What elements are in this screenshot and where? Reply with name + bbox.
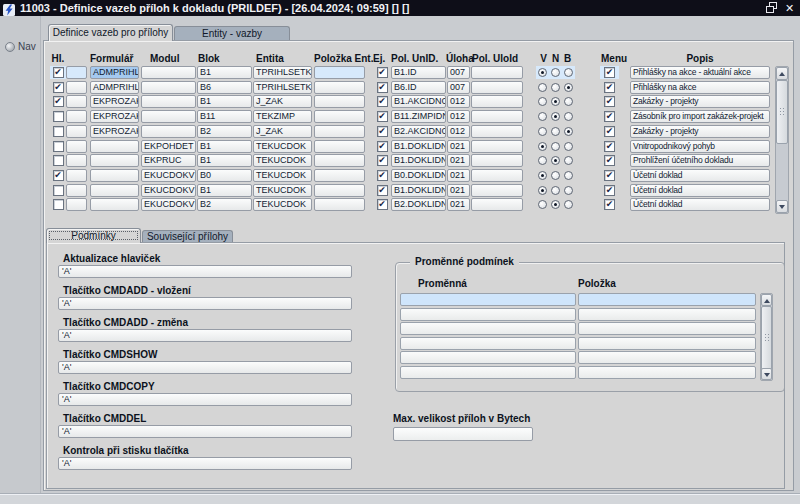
entita-cell[interactable]: TPRIHLSETK (253, 66, 312, 79)
ej-checkbox[interactable]: ✔ (374, 140, 390, 153)
pol-uloid-cell[interactable] (471, 81, 523, 94)
radio-v[interactable] (538, 83, 547, 92)
popis-cell[interactable]: Účetní doklad (630, 169, 770, 182)
bottom-scroll-strip[interactable] (0, 493, 800, 504)
modul-cell[interactable]: EKPOHDET (141, 140, 196, 153)
promenna-cell[interactable] (400, 322, 576, 335)
modul-cell[interactable] (141, 95, 196, 108)
polozka-ent-cell[interactable] (314, 110, 365, 123)
pol-uloid-cell[interactable] (471, 66, 523, 79)
menu-checkbox[interactable]: ✔ (600, 184, 619, 197)
modul-cell[interactable] (141, 110, 196, 123)
row-indicator-field[interactable] (66, 184, 87, 197)
ej-checkbox[interactable]: ✔ (374, 154, 390, 167)
condition-field[interactable]: 'A' (58, 457, 352, 470)
ej-checkbox[interactable]: ✔ (374, 66, 390, 79)
uloha-cell[interactable]: 021 (447, 198, 470, 211)
polozka-ent-cell[interactable] (314, 125, 365, 138)
scroll-up-button[interactable] (776, 67, 788, 80)
pol-unid-cell[interactable]: B2.DOKLIDNO (391, 198, 446, 211)
formular-cell[interactable]: ADMPRIHL (90, 66, 139, 79)
radio-b[interactable] (564, 127, 573, 136)
radio-v[interactable] (538, 127, 547, 136)
blok-cell[interactable]: B2 (197, 125, 252, 138)
pol-uloid-cell[interactable] (471, 198, 523, 211)
polozka-cell[interactable] (578, 351, 756, 364)
promenna-cell[interactable] (400, 351, 576, 364)
radio-v[interactable] (538, 200, 547, 209)
radio-n[interactable] (551, 142, 560, 151)
blok-cell[interactable]: B11 (197, 110, 252, 123)
uloha-cell[interactable]: 021 (447, 140, 470, 153)
variables-scrollbar[interactable] (760, 293, 773, 381)
popis-cell[interactable]: Přihlášky na akce - aktuální akce (630, 66, 770, 79)
blok-cell[interactable]: B1 (197, 154, 252, 167)
radio-b[interactable] (564, 142, 573, 151)
hl-checkbox[interactable] (50, 184, 66, 197)
popis-cell[interactable]: Zakázky - projekty (630, 125, 770, 138)
uloha-cell[interactable]: 012 (447, 110, 470, 123)
formular-cell[interactable]: EKPROZAK (90, 125, 139, 138)
polozka-ent-cell[interactable] (314, 81, 365, 94)
formular-cell[interactable] (90, 169, 139, 182)
row-indicator-field[interactable] (66, 66, 87, 79)
hl-checkbox[interactable] (50, 110, 66, 123)
scrollbar-thumb[interactable] (776, 80, 788, 144)
pol-unid-cell[interactable]: B1.DOKLIDNO (391, 184, 446, 197)
close-window-button[interactable]: ✕ (783, 2, 796, 14)
uloha-cell[interactable]: 012 (447, 125, 470, 138)
uloha-cell[interactable]: 021 (447, 154, 470, 167)
ej-checkbox[interactable]: ✔ (374, 184, 390, 197)
formular-cell[interactable] (90, 140, 139, 153)
pol-unid-cell[interactable]: B1.AKCIDNO (391, 95, 446, 108)
popis-cell[interactable]: Zásobník pro import zakázek-projekt (630, 110, 770, 123)
radio-v[interactable] (538, 186, 547, 195)
modul-cell[interactable] (141, 66, 196, 79)
hl-checkbox[interactable]: ✔ (50, 169, 66, 182)
radio-v[interactable] (538, 97, 547, 106)
pol-unid-cell[interactable]: B11.ZIMPIDNO (391, 110, 446, 123)
blok-cell[interactable]: B0 (197, 169, 252, 182)
condition-field[interactable]: 'A' (58, 329, 352, 342)
condition-field[interactable]: 'A' (58, 265, 352, 278)
promenna-cell[interactable] (400, 366, 576, 379)
max-size-field[interactable] (393, 427, 533, 441)
popis-cell[interactable]: Účetní doklad (630, 198, 770, 211)
entita-cell[interactable]: TPRIHLSETK (253, 81, 312, 94)
hl-checkbox[interactable] (50, 198, 66, 211)
polozka-cell[interactable] (578, 366, 756, 379)
hl-checkbox[interactable] (50, 140, 66, 153)
polozka-cell[interactable] (578, 322, 756, 335)
popis-cell[interactable]: Zakázky - projekty (630, 95, 770, 108)
radio-v[interactable] (538, 112, 547, 121)
scroll-down-button[interactable] (776, 200, 788, 213)
ej-checkbox[interactable]: ✔ (374, 169, 390, 182)
radio-b[interactable] (564, 200, 573, 209)
row-indicator-field[interactable] (66, 154, 87, 167)
pol-uloid-cell[interactable] (471, 125, 523, 138)
pol-uloid-cell[interactable] (471, 154, 523, 167)
popis-cell[interactable]: Vnitropodnikový pohyb (630, 140, 770, 153)
popis-cell[interactable]: Prohlížení účetního dokladu (630, 154, 770, 167)
radio-n[interactable] (551, 68, 560, 77)
row-indicator-field[interactable] (66, 81, 87, 94)
modul-cell[interactable]: EKPRUC (141, 154, 196, 167)
radio-b[interactable] (564, 171, 573, 180)
pol-unid-cell[interactable]: B1.DOKLIDNO (391, 140, 446, 153)
pol-uloid-cell[interactable] (471, 95, 523, 108)
radio-n[interactable] (551, 200, 560, 209)
radio-b[interactable] (564, 68, 573, 77)
formular-cell[interactable]: EKPROZAK (90, 110, 139, 123)
radio-v[interactable] (538, 171, 547, 180)
hl-checkbox[interactable]: ✔ (50, 95, 66, 108)
formular-cell[interactable] (90, 184, 139, 197)
polozka-ent-cell[interactable] (314, 184, 365, 197)
hl-checkbox[interactable]: ✔ (50, 81, 66, 94)
formular-cell[interactable] (90, 154, 139, 167)
promenna-cell[interactable] (400, 293, 576, 306)
modul-cell[interactable]: EKUCDOKV (141, 184, 196, 197)
menu-checkbox[interactable]: ✔ (600, 81, 619, 94)
nav-toggle[interactable]: Nav (5, 41, 36, 52)
hl-checkbox[interactable] (50, 154, 66, 167)
blok-cell[interactable]: B1 (197, 140, 252, 153)
